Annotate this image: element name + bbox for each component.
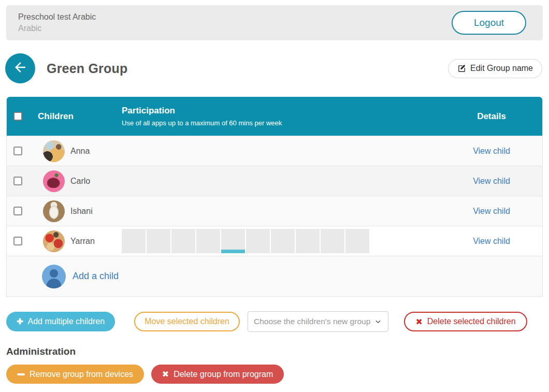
administration-row: Remove group from devices ✖ Delete group… [6, 365, 543, 384]
participation-subtitle: Use of all apps up to a maximum of 60 mi… [122, 119, 441, 127]
edit-group-name-button[interactable]: Edit Group name [448, 59, 542, 78]
table-row: Carlo View child [7, 166, 542, 196]
child-name: Yarran [70, 237, 95, 246]
remove-group-from-devices-label: Remove group from devices [30, 370, 133, 379]
child-name: Anna [70, 147, 90, 156]
logout-button[interactable]: Logout [452, 11, 526, 35]
administration-title: Administration [6, 346, 549, 357]
column-header-details: Details [441, 111, 542, 122]
avatar-ishani [43, 200, 65, 222]
add-child-row[interactable]: Add a child [7, 256, 542, 296]
participation-cell [221, 229, 245, 253]
add-multiple-children-button[interactable]: ✚ Add multiple children [6, 312, 115, 331]
page-title: Green Group [47, 61, 127, 76]
delete-selected-children-button[interactable]: ✖ Delete selected children [404, 312, 527, 331]
column-header-participation: Participation [122, 106, 441, 116]
view-child-link-yarran[interactable]: View child [473, 237, 510, 245]
participation-cell [271, 229, 295, 253]
program-bar: Preschool test Arabic Arabic Logout [6, 5, 543, 40]
participation-cell [122, 229, 146, 253]
participation-cell [321, 229, 344, 253]
column-header-children: Children [38, 111, 122, 122]
avatar-carlo [43, 170, 65, 192]
table-header: Children Participation Use of all apps u… [7, 97, 542, 136]
participation-bar [221, 250, 245, 253]
delete-group-from-program-label: Delete group from program [174, 370, 273, 379]
arrow-left-icon [12, 60, 28, 77]
add-child-label: Add a child [73, 271, 119, 282]
delete-selected-children-label: Delete selected children [427, 317, 516, 326]
x-mark-icon: ✖ [162, 369, 169, 379]
delete-group-from-program-button[interactable]: ✖ Delete group from program [151, 365, 284, 384]
row-checkbox-yarran[interactable] [13, 237, 22, 245]
edit-group-name-label: Edit Group name [470, 64, 533, 73]
program-subtitle: Arabic [18, 23, 96, 34]
child-name: Ishani [70, 207, 93, 216]
actions-row: ✚ Add multiple children Move selected ch… [6, 311, 543, 332]
chevron-down-icon [374, 318, 382, 325]
program-title: Preschool test Arabic [18, 11, 96, 23]
add-multiple-children-label: Add multiple children [28, 317, 105, 326]
minus-icon [17, 373, 25, 375]
back-button[interactable] [5, 53, 35, 83]
participation-cell [246, 229, 270, 253]
participation-cell [296, 229, 320, 253]
x-mark-icon: ✖ [415, 317, 422, 327]
new-group-select[interactable]: Choose the children's new group [248, 311, 388, 332]
table-row: Yarran View child [7, 226, 542, 256]
participation-cell [196, 229, 220, 253]
avatar-anna [43, 140, 65, 162]
participation-cell [171, 229, 195, 253]
child-name: Carlo [70, 177, 90, 186]
plus-icon: ✚ [17, 317, 23, 326]
view-child-link-anna[interactable]: View child [473, 147, 510, 155]
row-checkbox-anna[interactable] [13, 147, 22, 155]
view-child-link-ishani[interactable]: View child [473, 207, 510, 215]
row-checkbox-carlo[interactable] [13, 177, 22, 185]
participation-cell [345, 229, 369, 253]
row-checkbox-ishani[interactable] [13, 207, 22, 215]
table-row: Anna View child [7, 136, 542, 166]
avatar-yarran [43, 230, 65, 252]
participation-cell [147, 229, 170, 253]
group-header: Green Group Edit Group name [5, 53, 542, 83]
select-all-checkbox[interactable] [13, 112, 22, 121]
table-row: Ishani View child [7, 196, 542, 226]
edit-icon [457, 64, 466, 73]
participation-chart [122, 229, 441, 253]
new-group-select-placeholder: Choose the children's new group [254, 317, 370, 326]
add-child-person-icon [42, 265, 66, 288]
view-child-link-carlo[interactable]: View child [473, 177, 510, 185]
children-table: Children Participation Use of all apps u… [6, 97, 543, 297]
move-selected-children-button[interactable]: Move selected children [134, 312, 240, 331]
remove-group-from-devices-button[interactable]: Remove group from devices [6, 365, 144, 384]
